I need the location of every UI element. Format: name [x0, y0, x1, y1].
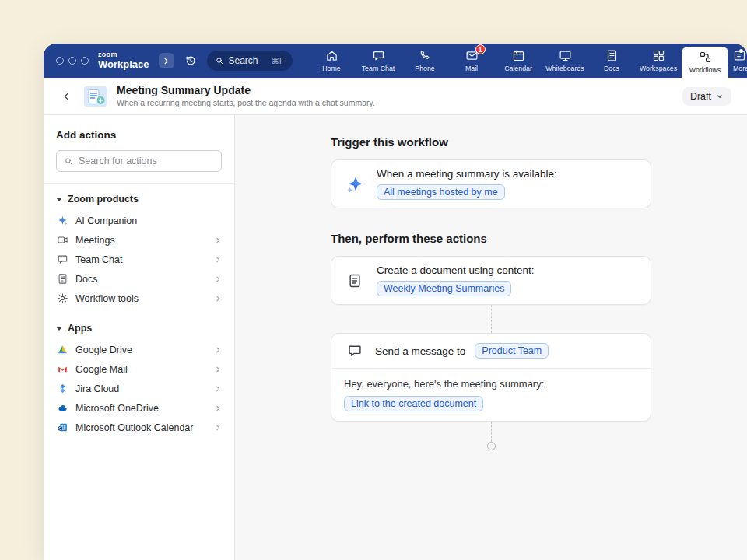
workspaces-icon	[652, 49, 665, 62]
tab-workspaces[interactable]: Workspaces	[635, 44, 682, 78]
tab-label: Home	[322, 65, 340, 72]
send-message-card[interactable]: Send a message to Product Team Hey, ever…	[331, 333, 651, 422]
window-control-dot[interactable]	[81, 57, 89, 65]
section-label: Apps	[68, 323, 92, 334]
tab-workflows[interactable]: Workflows	[682, 47, 728, 78]
outlook-calendar-icon	[56, 422, 68, 434]
meetings-icon	[56, 234, 68, 247]
tab-label: Workflows	[689, 66, 721, 74]
document-link-pill[interactable]: Link to the created document	[344, 396, 483, 411]
sidebar-item-meetings[interactable]: Meetings	[56, 230, 222, 250]
page-subtitle: When a recurring meeting starts, post th…	[117, 98, 375, 108]
sidebar-item-microsoft-outlook-calendar[interactable]: Microsoft Outlook Calendar	[56, 418, 222, 437]
history-button[interactable]	[182, 52, 199, 69]
tab-docs[interactable]: Docs	[588, 44, 635, 78]
sidebar-item-label: Team Chat	[75, 254, 122, 265]
zoom-workplace-logo: zoom Workplace	[98, 51, 149, 70]
search-label: Search	[229, 55, 258, 66]
sidebar-item-google-mail[interactable]: Google Mail	[56, 359, 222, 379]
tab-label: Phone	[415, 65, 434, 72]
sidebar-item-label: Jira Cloud	[75, 383, 119, 394]
window-controls	[56, 57, 89, 65]
actions-search[interactable]	[56, 150, 222, 172]
tab-label: Workspaces	[640, 65, 677, 72]
expand-chevron-button[interactable]	[159, 53, 174, 68]
jira-cloud-icon	[56, 383, 68, 395]
sidebar-item-label: Workflow tools	[75, 293, 139, 304]
sidebar-item-jira-cloud[interactable]: Jira Cloud	[56, 379, 222, 398]
search-icon	[64, 156, 73, 166]
document-content-pill[interactable]: Weekly Meeting Summaries	[377, 281, 511, 296]
tab-label: Docs	[604, 65, 619, 72]
tab-phone[interactable]: Phone	[402, 44, 448, 78]
notification-dot	[739, 49, 743, 53]
chevron-right-icon	[214, 295, 222, 303]
sidebar-item-google-drive[interactable]: Google Drive	[56, 340, 222, 359]
chevron-right-icon	[214, 236, 222, 244]
add-step-node[interactable]	[487, 442, 496, 450]
global-search[interactable]: Search ⌘F	[207, 51, 293, 71]
tab-label: Whiteboards	[545, 65, 584, 72]
workflow-titles: Meeting Summary Update When a recurring …	[117, 84, 375, 108]
window-control-dot[interactable]	[56, 57, 64, 65]
trigger-card[interactable]: When a meeting summary is available: All…	[331, 159, 651, 208]
trigger-heading: Trigger this workflow	[331, 135, 651, 149]
tab-label: Calendar	[504, 65, 532, 72]
google-drive-icon	[56, 344, 68, 356]
tab-mail[interactable]: 1 Mail	[448, 44, 495, 78]
onedrive-icon	[56, 402, 68, 415]
nav-tabs: Home Team Chat Phone 1 Mail Calendar	[308, 44, 747, 78]
divider	[44, 183, 234, 184]
caret-down-icon	[56, 198, 62, 201]
back-button[interactable]	[59, 89, 75, 104]
status-badge: Draft	[690, 91, 711, 102]
app-window: zoom Workplace Search ⌘F Home	[44, 44, 747, 560]
team-chat-icon	[56, 254, 68, 266]
whiteboards-icon	[559, 49, 572, 62]
chevron-right-icon	[214, 366, 222, 373]
sidebar-item-label: Microsoft OneDrive	[75, 403, 159, 414]
mail-unread-badge: 1	[475, 44, 486, 54]
team-chat-icon	[372, 49, 385, 62]
sidebar-item-label: Docs	[75, 274, 97, 285]
message-body-text: Hey, everyone, here's the meeting summar…	[344, 378, 638, 390]
gear-icon	[56, 292, 68, 305]
docs-icon	[605, 49, 619, 62]
tab-whiteboards[interactable]: Whiteboards	[542, 44, 588, 78]
create-document-card[interactable]: Create a document using content: Weekly …	[331, 256, 651, 305]
search-shortcut: ⌘F	[272, 56, 285, 65]
draft-status-button[interactable]: Draft	[682, 87, 731, 106]
tab-more[interactable]: More	[728, 44, 747, 78]
chevron-down-icon	[716, 93, 724, 100]
search-icon	[215, 56, 224, 65]
tab-calendar[interactable]: Calendar	[495, 44, 542, 78]
calendar-icon	[512, 49, 525, 62]
sidebar-item-docs[interactable]: Docs	[56, 269, 222, 289]
tab-home[interactable]: Home	[308, 44, 355, 78]
window-control-dot[interactable]	[68, 57, 76, 65]
search-input[interactable]	[79, 156, 214, 166]
tab-team-chat[interactable]: Team Chat	[355, 44, 402, 78]
sidebar-item-microsoft-onedrive[interactable]: Microsoft OneDrive	[56, 398, 222, 418]
tab-label: Team Chat	[362, 65, 395, 72]
flow-connector	[491, 422, 492, 442]
flow-connector	[491, 305, 492, 333]
section-apps[interactable]: Apps	[56, 314, 222, 340]
page-title: Meeting Summary Update	[117, 84, 375, 98]
trigger-scope-pill[interactable]: All meetings hosted by me	[377, 184, 505, 200]
sidebar-item-ai-companion[interactable]: AI Companion	[56, 211, 222, 230]
create-document-text: Create a document using content:	[377, 264, 535, 276]
sidebar-item-workflow-tools[interactable]: Workflow tools	[56, 289, 222, 308]
docs-icon	[56, 273, 68, 285]
recipient-pill[interactable]: Product Team	[475, 343, 549, 359]
trigger-text: When a meeting summary is available:	[377, 168, 557, 180]
ai-sparkle-icon	[344, 174, 366, 194]
google-mail-icon	[56, 363, 68, 376]
sidebar-item-team-chat[interactable]: Team Chat	[56, 250, 222, 269]
history-icon	[184, 54, 197, 67]
chevron-right-icon	[214, 256, 222, 264]
sidebar-item-label: Meetings	[75, 235, 115, 246]
section-zoom-products[interactable]: Zoom products	[56, 185, 222, 211]
logo-workplace-text: Workplace	[98, 59, 149, 70]
message-icon	[344, 343, 366, 359]
